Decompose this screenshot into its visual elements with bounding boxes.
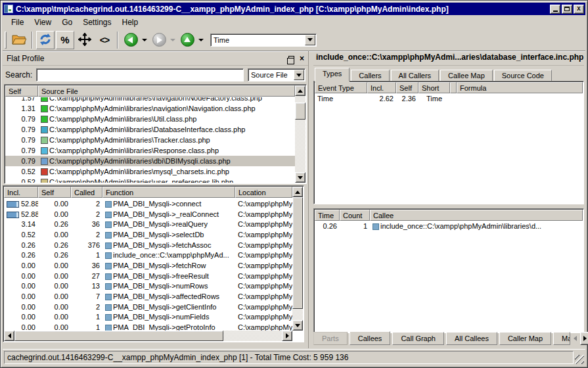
source-file-row[interactable]: 0.52C:\xampp\phpMyAdmin\libraries\user_p… (5, 177, 295, 183)
function-row[interactable]: 0.000.001PMA_DBI_Mysqli->numFieldsC:\xam… (4, 312, 292, 323)
dock-float-icon[interactable] (288, 56, 294, 61)
called-cell: 36 (71, 262, 102, 269)
function-row[interactable]: 0.520.002PMA_DBI_Mysqli->selectDbC:\xamp… (4, 229, 292, 240)
source-file-row[interactable]: 0.52C:\xampp\phpMyAdmin\libraries\mysql_… (5, 166, 295, 177)
function-row[interactable]: 0.260.26376PMA_DBI_Mysqli->fetchAssocC:\… (4, 240, 292, 250)
source-file-row[interactable]: 1.57C:\xampp\phpMyAdmin\libraries\naviga… (5, 97, 295, 103)
tab-scroll-right-icon[interactable] (580, 332, 588, 345)
percent-toggle-button[interactable]: % (56, 31, 74, 49)
source-file-row[interactable]: 1.31C:\xampp\phpMyAdmin\libraries\naviga… (5, 103, 295, 114)
function-row[interactable]: 0.260.261include_once::C:\xampp\phpMyAd.… (4, 250, 292, 260)
file-table-vscrollbar[interactable] (295, 85, 305, 183)
function-row[interactable]: 0.000.007PMA_DBI_Mysqli->affectedRowsC:\… (4, 291, 292, 302)
source-file-row[interactable]: 0.79C:\xampp\phpMyAdmin\libraries\Tracke… (5, 135, 295, 145)
tab-callees[interactable]: Callees (350, 331, 391, 345)
cost-bar-icon (7, 201, 19, 208)
tab-callers[interactable]: Callers (351, 70, 389, 81)
function-table-vscrollbar[interactable] (292, 187, 303, 331)
open-file-button[interactable] (10, 31, 28, 49)
function-row[interactable]: 0.000.0013PMA_DBI_Mysqli->numRowsC:\xamp… (4, 281, 292, 292)
close-button[interactable]: X (574, 5, 584, 14)
scroll-thumb[interactable] (14, 331, 223, 341)
toolbar-drag-handle[interactable] (5, 32, 7, 49)
file-path: C:\xampp\phpMyAdmin\libraries\mysql_char… (49, 168, 229, 175)
column-header-formula[interactable]: Formula (457, 82, 583, 93)
file-path: C:\xampp\phpMyAdmin\libraries\dbi\DBIMys… (49, 157, 231, 165)
column-header-location[interactable]: Location (235, 187, 292, 198)
column-header-callee[interactable]: Callee (370, 210, 583, 221)
scroll-right-icon[interactable] (282, 331, 292, 341)
column-header-called[interactable]: Called (71, 187, 102, 198)
function-row[interactable]: 3.140.2636PMA_DBI_Mysqli->realQueryC:\xa… (4, 219, 292, 229)
tab-all-callers[interactable]: All Callers (391, 70, 440, 81)
column-header-source-file[interactable]: Source File (38, 85, 295, 97)
column-header-self[interactable]: Self (38, 187, 71, 198)
expand-areas-button[interactable] (76, 31, 94, 49)
source-file-row[interactable]: 0.79C:\xampp\phpMyAdmin\libraries\Databa… (5, 124, 295, 135)
maximize-button[interactable] (562, 5, 572, 14)
event-type-row[interactable]: Time 2.62 2.36 Time (314, 93, 583, 104)
tab-machine[interactable]: Machine (553, 332, 570, 345)
source-file-row[interactable]: 0.79C:\xampp\phpMyAdmin\libraries\Util.c… (5, 114, 295, 124)
source-file-row[interactable]: 0.79C:\xampp\phpMyAdmin\libraries\dbi\DB… (5, 156, 295, 166)
function-row[interactable]: 0.000.001PMA_DBI_Mysqli->getProtoInfoC:\… (4, 322, 292, 331)
menu-file[interactable]: File (7, 16, 28, 28)
column-header-event-type[interactable]: Event Type (315, 82, 367, 93)
function-icon (105, 294, 112, 300)
function-row[interactable]: 0.000.0036PMA_DBI_Mysqli->fetchRowC:\xam… (4, 260, 292, 271)
scroll-down-icon[interactable] (292, 320, 303, 331)
function-row[interactable]: 52.880.002PMA_DBI_Mysqli->connectC:\xamp… (4, 198, 292, 209)
back-button[interactable] (122, 31, 140, 49)
column-header-count[interactable]: Count (340, 210, 370, 221)
scroll-down-icon[interactable] (295, 172, 305, 183)
tab-source-code[interactable]: Source Code (494, 70, 552, 81)
function-row[interactable]: 0.000.002PMA_DBI_Mysqli->getClientInfoC:… (4, 302, 292, 312)
menu-go[interactable]: Go (57, 16, 77, 28)
forward-button[interactable] (150, 31, 168, 49)
menu-help[interactable]: Help (118, 16, 143, 28)
column-header-short[interactable]: Short (418, 82, 450, 93)
up-button[interactable] (178, 31, 196, 49)
scroll-left-icon[interactable] (4, 331, 14, 341)
group-combo[interactable]: Source File (248, 68, 305, 81)
function-row[interactable]: 0.000.0027PMA_DBI_Mysqli->freeResultC:\x… (4, 271, 292, 281)
types-pane: Event Type Incl. Self Short Formula Time… (313, 81, 584, 204)
file-path: C:\xampp\phpMyAdmin\libraries\Response.c… (49, 147, 219, 154)
reload-button[interactable] (36, 31, 55, 49)
resize-grip[interactable] (575, 355, 584, 364)
tab-scroll-left-icon[interactable] (570, 332, 580, 345)
minimize-button[interactable] (550, 5, 560, 14)
back-dropdown-icon[interactable] (142, 39, 147, 41)
column-header-time[interactable]: Time (315, 210, 340, 221)
up-dropdown-icon[interactable] (198, 39, 204, 41)
tab-callee-map[interactable]: Callee Map (440, 70, 493, 81)
scroll-thumb[interactable] (295, 103, 305, 120)
search-input[interactable] (36, 68, 244, 81)
menu-settings[interactable]: Settings (78, 16, 116, 28)
tab-caller-map[interactable]: Caller Map (499, 332, 551, 345)
title-bar[interactable]: C:\xampp\tmp\cachegrind.out.1416463299-C… (3, 3, 585, 15)
combo-dropdown-icon[interactable] (294, 70, 304, 80)
column-header-self[interactable]: Self (5, 85, 38, 97)
menu-view[interactable]: View (30, 16, 56, 28)
column-header-self[interactable]: Self (396, 82, 418, 93)
function-table-hscrollbar[interactable] (4, 331, 292, 341)
tab-all-callees[interactable]: All Callees (446, 332, 497, 345)
tab-types[interactable]: Types (315, 68, 350, 81)
source-file-row[interactable]: 0.79C:\xampp\phpMyAdmin\libraries\Respon… (5, 145, 295, 156)
column-header-incl[interactable]: Incl. (4, 187, 38, 198)
combo-dropdown-icon[interactable] (305, 35, 315, 45)
forward-dropdown-icon[interactable] (170, 39, 175, 41)
scroll-thumb[interactable] (292, 197, 303, 309)
column-header-spacer[interactable] (450, 82, 457, 93)
event-type-combo[interactable]: Time (210, 34, 317, 47)
column-header-function[interactable]: Function (102, 187, 235, 198)
cycle-detection-button[interactable]: <> (95, 31, 114, 49)
function-row[interactable]: 52.880.002PMA_DBI_Mysqli->_realConnectC:… (4, 209, 292, 219)
dock-header[interactable]: Flat Profile × (3, 51, 308, 66)
function-name: PMA_DBI_Mysqli->_realConnect (113, 210, 219, 218)
tab-call-graph[interactable]: Call Graph (392, 332, 444, 345)
callee-row[interactable]: 0.26 1 include_once::C:\xampp\phpMyAdmin… (314, 221, 583, 231)
column-header-incl[interactable]: Incl. (367, 82, 396, 93)
dock-close-icon[interactable]: × (300, 55, 304, 62)
